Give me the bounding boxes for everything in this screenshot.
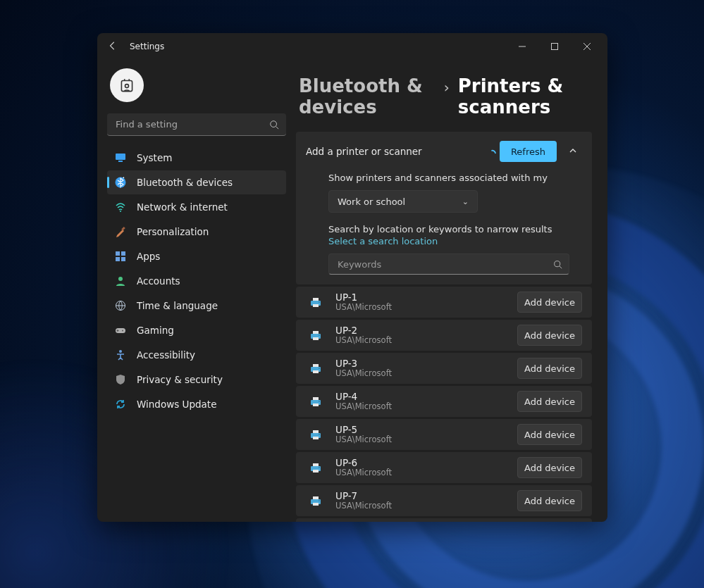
refresh-button[interactable]: Refresh — [500, 141, 557, 162]
minimize-button[interactable] — [506, 33, 538, 60]
svg-rect-5 — [118, 161, 123, 162]
printer-icon — [306, 295, 326, 309]
add-device-button[interactable]: Add device — [517, 325, 582, 346]
add-printer-panel: Add a printer or scanner Refresh Show pr… — [296, 132, 592, 284]
apps-icon — [114, 250, 127, 263]
device-name: UP-3 — [335, 358, 392, 370]
wifi-icon — [114, 201, 127, 213]
svg-point-26 — [319, 334, 320, 336]
svg-rect-20 — [313, 298, 319, 301]
device-row: UP-8USA\MicrosoftAdd device — [296, 518, 592, 522]
sidebar-item-label: System — [137, 152, 172, 163]
add-device-button[interactable]: Add device — [517, 457, 582, 478]
sidebar: SystemBluetooth & devicesNetwork & inter… — [97, 60, 296, 522]
page-title: Printers & scanners — [458, 75, 592, 118]
svg-rect-8 — [121, 227, 125, 231]
device-row: UP-5USA\MicrosoftAdd device — [296, 419, 592, 450]
bluetooth-icon — [114, 176, 127, 189]
svg-rect-41 — [313, 470, 319, 473]
loading-spinner-icon — [487, 149, 491, 154]
sidebar-item-label: Privacy & security — [137, 374, 223, 385]
svg-rect-37 — [313, 437, 319, 439]
printer-icon — [306, 461, 326, 475]
printer-icon — [306, 361, 326, 375]
device-sub: USA\Microsoft — [335, 336, 392, 345]
titlebar: Settings — [97, 33, 607, 60]
sidebar-item-personalization[interactable]: Personalization — [107, 220, 286, 244]
device-sub: USA\Microsoft — [335, 468, 392, 477]
device-sub: USA\Microsoft — [335, 369, 392, 378]
assoc-dropdown[interactable]: Work or school ⌄ — [328, 190, 478, 213]
svg-rect-4 — [116, 154, 125, 160]
svg-rect-0 — [552, 44, 558, 50]
device-name: UP-1 — [335, 292, 392, 304]
add-device-button[interactable]: Add device — [517, 490, 582, 511]
sidebar-item-accessibility[interactable]: Accessibility — [107, 343, 286, 367]
svg-point-22 — [319, 301, 320, 303]
printer-icon — [306, 328, 326, 342]
sidebar-item-apps[interactable]: Apps — [107, 244, 286, 268]
back-icon[interactable] — [107, 40, 118, 54]
search-input[interactable] — [107, 113, 286, 136]
add-device-button[interactable]: Add device — [517, 391, 582, 412]
device-name: UP-4 — [335, 392, 392, 403]
add-device-button[interactable]: Add device — [517, 424, 582, 445]
close-button[interactable] — [571, 33, 603, 60]
device-name: UP-6 — [335, 458, 392, 469]
monitor-icon — [114, 151, 127, 164]
svg-point-2 — [125, 85, 129, 88]
svg-rect-33 — [313, 404, 319, 406]
search-icon — [553, 258, 562, 272]
add-device-button[interactable]: Add device — [517, 292, 582, 313]
search-label: Search by location or keywords to narrow… — [328, 224, 582, 234]
panel-title: Add a printer or scanner — [306, 146, 422, 157]
device-sub: USA\Microsoft — [335, 435, 392, 444]
chevron-up-icon[interactable] — [564, 146, 582, 157]
device-row: UP-4USA\MicrosoftAdd device — [296, 386, 592, 417]
svg-point-46 — [319, 500, 320, 501]
avatar[interactable] — [110, 68, 144, 102]
device-row: UP-7USA\MicrosoftAdd device — [296, 485, 592, 516]
svg-point-34 — [319, 401, 320, 402]
select-location-link[interactable]: Select a search location — [328, 236, 582, 246]
add-device-button[interactable]: Add device — [517, 358, 582, 379]
access-icon — [114, 349, 127, 361]
sidebar-item-label: Personalization — [137, 226, 209, 237]
sidebar-item-system[interactable]: System — [107, 146, 286, 170]
sidebar-item-label: Time & language — [137, 300, 218, 311]
device-name: UP-7 — [335, 491, 392, 502]
dropdown-value: Work or school — [338, 196, 405, 207]
sidebar-item-accounts[interactable]: Accounts — [107, 269, 286, 293]
chevron-right-icon: › — [444, 79, 450, 96]
sidebar-item-bluetooth-devices[interactable]: Bluetooth & devices — [107, 170, 286, 194]
svg-rect-25 — [313, 337, 319, 340]
svg-rect-44 — [313, 496, 319, 499]
device-sub: USA\Microsoft — [335, 303, 392, 312]
sidebar-item-label: Gaming — [137, 325, 174, 336]
svg-rect-40 — [313, 463, 319, 466]
sidebar-item-label: Apps — [137, 251, 160, 262]
device-name: UP-2 — [335, 325, 392, 337]
breadcrumb-parent[interactable]: Bluetooth & devices — [299, 75, 436, 118]
sidebar-item-time-language[interactable]: Time & language — [107, 294, 286, 318]
gamepad-icon — [114, 324, 127, 337]
sidebar-item-privacy-security[interactable]: Privacy & security — [107, 368, 286, 392]
sidebar-item-label: Windows Update — [137, 399, 216, 410]
sidebar-item-windows-update[interactable]: Windows Update — [107, 392, 286, 416]
printer-icon — [306, 394, 326, 408]
svg-point-3 — [271, 121, 277, 127]
svg-rect-21 — [313, 304, 319, 307]
svg-point-42 — [319, 467, 320, 468]
maximize-button[interactable] — [538, 33, 571, 60]
device-sub: USA\Microsoft — [335, 402, 392, 411]
svg-rect-32 — [313, 397, 319, 400]
sidebar-item-label: Accounts — [137, 275, 180, 287]
sidebar-item-network-internet[interactable]: Network & internet — [107, 195, 286, 219]
sidebar-item-gaming[interactable]: Gaming — [107, 318, 286, 342]
svg-point-38 — [319, 434, 320, 435]
svg-rect-9 — [116, 251, 120, 256]
window-title: Settings — [130, 42, 164, 51]
keywords-input[interactable] — [328, 254, 569, 275]
device-row: UP-6USA\MicrosoftAdd device — [296, 452, 592, 483]
chevron-down-icon: ⌄ — [462, 197, 469, 206]
